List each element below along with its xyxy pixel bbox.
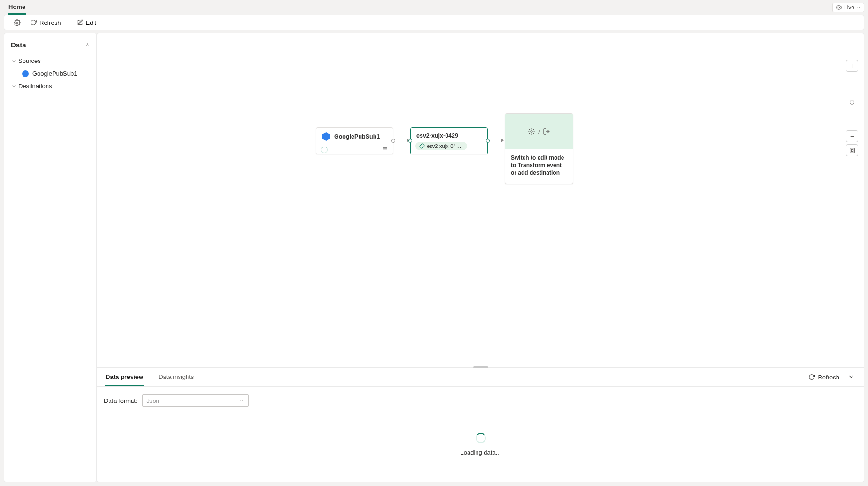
data-format-value: Json — [147, 397, 159, 404]
output-port[interactable] — [486, 139, 490, 143]
edit-button[interactable]: Edit — [73, 16, 100, 29]
chevron-down-icon — [856, 5, 861, 10]
menu-icon — [382, 146, 388, 152]
chevron-down-icon — [239, 398, 244, 403]
node-source[interactable]: GooglePubSub1 — [316, 127, 393, 154]
destination-hint-text: Switch to edit mode to Transform event o… — [505, 149, 573, 184]
toolbar-divider-2 — [104, 16, 104, 29]
refresh-label: Refresh — [39, 19, 61, 26]
chip-label: esv2-xujx-0429-str... — [427, 143, 462, 149]
link-icon — [419, 143, 425, 149]
svg-rect-6 — [851, 149, 853, 151]
plus-icon — [849, 63, 855, 69]
destination-hint-card[interactable]: / Switch to edit mode to Transform event… — [505, 113, 573, 184]
tab-data-insights[interactable]: Data insights — [157, 368, 195, 386]
zoom-out-button[interactable] — [846, 130, 858, 142]
node-stream[interactable]: esv2-xujx-0429 esv2-xujx-0429-str... — [410, 127, 488, 154]
tree-group-label: Destinations — [18, 83, 52, 90]
zoom-slider[interactable] — [852, 75, 852, 127]
chevron-double-left-icon — [84, 41, 90, 47]
loading-text: Loading data... — [460, 449, 500, 456]
svg-point-10 — [531, 131, 532, 132]
sidebar: Data Sources GooglePubSub1 Destinations — [4, 33, 97, 482]
tab-home[interactable]: Home — [8, 0, 26, 15]
edit-icon — [77, 19, 83, 26]
panel-collapse-button[interactable] — [846, 373, 856, 381]
panel-resize-handle[interactable] — [473, 366, 488, 368]
data-format-label: Data format: — [104, 397, 138, 404]
loading-spinner-icon — [321, 147, 328, 153]
node-menu-button[interactable] — [382, 146, 388, 154]
edit-label: Edit — [86, 19, 96, 26]
zoom-controls — [846, 59, 858, 157]
refresh-icon — [808, 374, 815, 380]
sidebar-title: Data — [11, 41, 26, 49]
pubsub-icon — [322, 132, 330, 141]
settings-button[interactable] — [10, 16, 24, 29]
eye-icon — [836, 4, 842, 11]
panel-refresh-label: Refresh — [818, 374, 839, 381]
loading-spinner-icon — [476, 433, 486, 443]
input-port[interactable] — [408, 139, 412, 143]
svg-rect-5 — [850, 148, 854, 153]
svg-point-0 — [838, 7, 840, 8]
refresh-button[interactable]: Refresh — [26, 16, 65, 29]
bottom-panel: Data preview Data insights Refresh — [97, 368, 864, 482]
live-mode-chip[interactable]: Live — [832, 3, 864, 12]
data-format-select[interactable]: Json — [142, 394, 249, 407]
output-icon — [543, 128, 550, 135]
stream-chip[interactable]: esv2-xujx-0429-str... — [415, 142, 467, 150]
tree-group-destinations[interactable]: Destinations — [8, 80, 93, 93]
chevron-down-icon — [848, 373, 854, 380]
slash: / — [538, 128, 540, 135]
live-mode-label: Live — [844, 4, 854, 11]
collapse-sidebar-button[interactable] — [84, 41, 90, 48]
transform-icon — [528, 128, 535, 135]
chevron-down-icon — [11, 84, 16, 89]
edge — [491, 139, 502, 140]
gear-icon — [14, 19, 21, 26]
tabbar: Home Live — [0, 0, 868, 15]
minus-icon — [849, 133, 855, 139]
svg-point-1 — [16, 22, 18, 23]
zoom-in-button[interactable] — [846, 60, 858, 72]
canvas[interactable]: GooglePubSub1 — [97, 33, 864, 368]
fit-view-button[interactable] — [846, 144, 858, 156]
node-title: GooglePubSub1 — [334, 133, 380, 140]
flow-graph: GooglePubSub1 — [316, 127, 573, 184]
tree-item-googlepubsub1[interactable]: GooglePubSub1 — [8, 67, 93, 80]
refresh-icon — [30, 19, 37, 26]
chevron-down-icon — [11, 58, 16, 64]
node-title: esv2-xujx-0429 — [416, 132, 458, 139]
source-icon — [22, 70, 29, 77]
tree-group-label: Sources — [18, 57, 41, 64]
zoom-thumb[interactable] — [850, 100, 854, 105]
tab-data-preview[interactable]: Data preview — [105, 368, 144, 386]
tree-group-sources[interactable]: Sources — [8, 54, 93, 67]
toolbar: Refresh Edit — [4, 15, 864, 30]
output-port[interactable] — [391, 139, 395, 143]
fit-icon — [849, 147, 855, 154]
toolbar-divider — [69, 16, 69, 29]
edge — [396, 139, 407, 140]
panel-refresh-button[interactable]: Refresh — [808, 374, 839, 381]
tree-item-label: GooglePubSub1 — [32, 70, 77, 77]
